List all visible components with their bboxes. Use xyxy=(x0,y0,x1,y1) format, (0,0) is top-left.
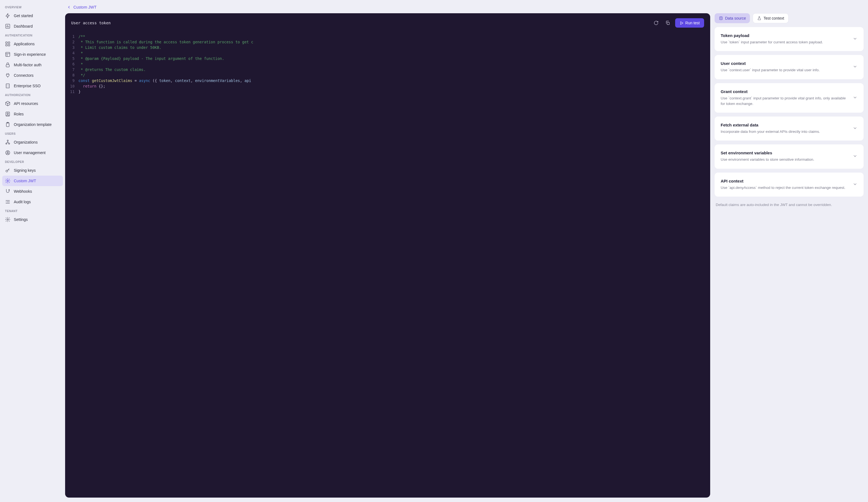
cube-icon xyxy=(5,101,10,106)
chevron-left-icon xyxy=(67,5,71,9)
sidebar-item-label: Dashboard xyxy=(14,24,33,28)
svg-rect-11 xyxy=(6,64,9,67)
card-grant-context[interactable]: Grant contextUse `context.grant` input p… xyxy=(715,83,864,113)
svg-rect-37 xyxy=(720,17,722,20)
sidebar-item-label: Applications xyxy=(14,42,35,46)
sidebar-item-label: Roles xyxy=(14,112,24,116)
sidebar-item-label: Connectors xyxy=(14,73,34,78)
chevron-down-icon xyxy=(852,182,858,188)
refresh-icon xyxy=(654,20,659,26)
sidebar-item-label: Enterprise SSO xyxy=(14,84,41,88)
clipboard-icon xyxy=(5,122,10,127)
sidebar-item-settings[interactable]: Settings xyxy=(2,214,63,225)
sidebar-item-sign-in[interactable]: Sign-in experience xyxy=(2,49,63,60)
svg-rect-5 xyxy=(8,42,10,44)
sidebar-item-applications[interactable]: Applications xyxy=(2,39,63,49)
sidebar-item-get-started[interactable]: Get started xyxy=(2,10,63,21)
footer-note: Default claims are auto-included in the … xyxy=(715,200,864,209)
svg-point-27 xyxy=(7,152,9,153)
card-desc: Use `context.user` input parameter to pr… xyxy=(721,67,849,73)
gear-icon xyxy=(5,217,10,222)
section-title: TENANT xyxy=(2,207,63,214)
sidebar-item-label: Organization template xyxy=(14,122,52,127)
sidebar: OVERVIEWGet startedDashboardAUTHENTICATI… xyxy=(0,0,65,502)
person-badge-icon xyxy=(5,111,10,117)
run-test-label: Run test xyxy=(685,21,700,25)
editor-title: User access token xyxy=(71,21,111,25)
svg-point-30 xyxy=(9,189,9,190)
sidebar-item-audit-logs[interactable]: Audit logs xyxy=(2,197,63,207)
sidebar-item-label: Get started xyxy=(14,13,33,18)
chevron-down-icon xyxy=(852,36,858,42)
card-desc: Incorporate data from your external APIs… xyxy=(721,129,849,134)
run-test-button[interactable]: Run test xyxy=(675,18,704,28)
code-content: /** * This function is called during the… xyxy=(78,34,710,496)
card-token-payload[interactable]: Token payloadUse `token` input parameter… xyxy=(715,27,864,51)
sidebar-item-label: Audit logs xyxy=(14,200,31,204)
copy-icon xyxy=(665,20,670,26)
sidebar-item-organizations[interactable]: Organizations xyxy=(2,137,63,148)
sidebar-item-user-management[interactable]: User management xyxy=(2,148,63,158)
tree-icon xyxy=(5,139,10,145)
svg-point-29 xyxy=(7,180,9,182)
editor-panel: User access token Run test xyxy=(65,13,710,498)
sidebar-item-mfa[interactable]: Multi-factor auth xyxy=(2,60,63,70)
sidebar-item-custom-jwt[interactable]: Custom JWT xyxy=(2,175,63,186)
tab-data-source[interactable]: Data source xyxy=(715,13,750,23)
bar-icon xyxy=(5,23,10,29)
sidebar-item-api-resources[interactable]: API resources xyxy=(2,98,63,109)
card-desc: Use `api.denyAccess` method to reject th… xyxy=(721,185,849,191)
section-title: USERS xyxy=(2,130,63,137)
gear-icon xyxy=(5,178,10,184)
section-title: OVERVIEW xyxy=(2,3,63,10)
sidebar-item-label: Webhooks xyxy=(14,189,32,193)
refresh-button[interactable] xyxy=(652,19,660,27)
card-desc: Use `context.grant` input parameter to p… xyxy=(721,96,849,107)
sidebar-item-connectors[interactable]: Connectors xyxy=(2,70,63,81)
zap-icon xyxy=(5,13,10,19)
flask-icon xyxy=(757,16,762,20)
sidebar-item-webhooks[interactable]: Webhooks xyxy=(2,186,63,197)
right-panel: Data source Test context Token payloadUs… xyxy=(715,13,864,498)
copy-button[interactable] xyxy=(663,19,672,27)
play-icon xyxy=(680,21,684,25)
svg-rect-19 xyxy=(6,112,9,116)
sidebar-item-org-template[interactable]: Organization template xyxy=(2,119,63,130)
code-editor[interactable]: 1234567891011 /** * This function is cal… xyxy=(65,33,710,498)
sidebar-item-label: Organizations xyxy=(14,140,38,144)
sidebar-item-label: Custom JWT xyxy=(14,179,36,183)
svg-rect-4 xyxy=(6,42,8,44)
card-desc: Use environment variables to store sensi… xyxy=(721,157,849,162)
card-env-vars[interactable]: Set environment variablesUse environment… xyxy=(715,144,864,169)
card-title: Grant context xyxy=(721,89,849,94)
svg-rect-8 xyxy=(6,52,10,57)
card-title: Token payload xyxy=(721,33,849,38)
sidebar-item-roles[interactable]: Roles xyxy=(2,109,63,119)
card-desc: Use `token` input parameter for current … xyxy=(721,40,849,45)
sidebar-item-label: API resources xyxy=(14,101,38,106)
svg-point-35 xyxy=(7,219,9,220)
card-api-context[interactable]: API contextUse `api.denyAccess` method t… xyxy=(715,173,864,197)
sidebar-item-sso[interactable]: Enterprise SSO xyxy=(2,81,63,91)
chevron-down-icon xyxy=(852,95,858,101)
layout-icon xyxy=(5,52,10,57)
sidebar-item-dashboard[interactable]: Dashboard xyxy=(2,21,63,31)
card-title: API context xyxy=(721,179,849,183)
user-circle-icon xyxy=(5,150,10,155)
tab-test-context[interactable]: Test context xyxy=(753,13,788,23)
chevron-down-icon xyxy=(852,153,858,159)
card-fetch-external[interactable]: Fetch external dataIncorporate data from… xyxy=(715,117,864,141)
sidebar-item-label: Sign-in experience xyxy=(14,52,46,57)
main-area: Custom JWT User access token xyxy=(65,0,868,502)
grid-icon xyxy=(5,41,10,47)
breadcrumb-label: Custom JWT xyxy=(73,5,96,9)
sidebar-item-label: User management xyxy=(14,150,45,155)
panel-tabs: Data source Test context xyxy=(715,13,864,23)
card-user-context[interactable]: User contextUse `context.user` input par… xyxy=(715,55,864,79)
breadcrumb[interactable]: Custom JWT xyxy=(65,0,868,13)
section-title: DEVELOPER xyxy=(2,158,63,165)
tab-test-context-label: Test context xyxy=(763,16,784,20)
sidebar-item-label: Multi-factor auth xyxy=(14,63,41,67)
sidebar-item-signing-keys[interactable]: Signing keys xyxy=(2,165,63,175)
plug-icon xyxy=(5,73,10,78)
